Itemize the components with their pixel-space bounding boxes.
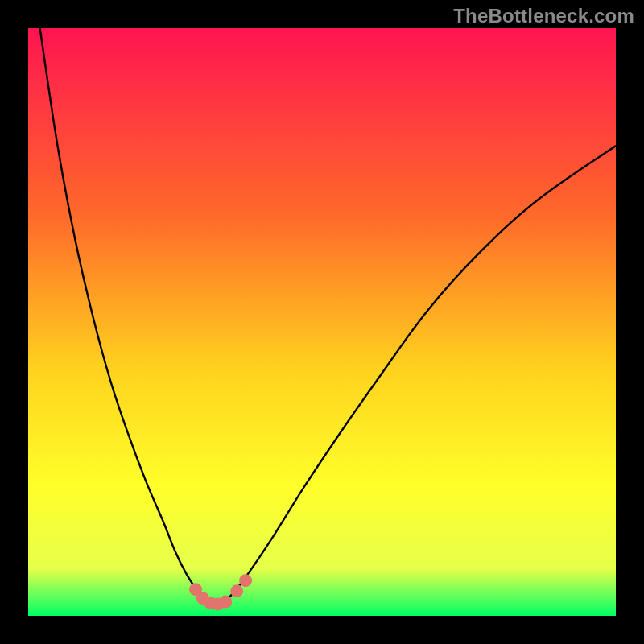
minimum-marker — [219, 595, 232, 608]
plot-area — [28, 28, 616, 616]
bottleneck-curve-chart — [28, 28, 616, 616]
gradient-background — [28, 28, 616, 616]
minimum-marker — [230, 584, 243, 597]
chart-frame: TheBottleneck.com — [0, 0, 644, 644]
watermark-text: TheBottleneck.com — [453, 5, 634, 27]
minimum-marker — [239, 574, 252, 587]
